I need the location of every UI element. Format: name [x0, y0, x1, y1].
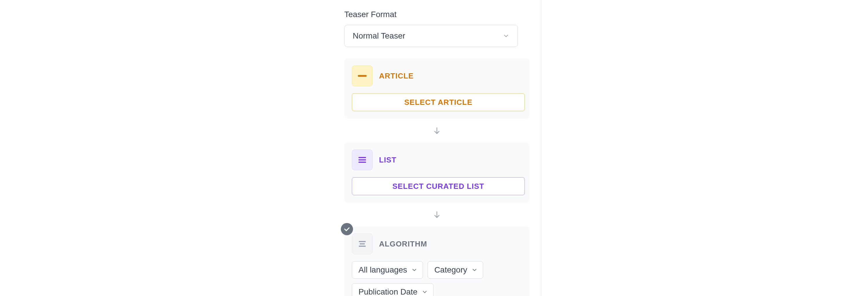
article-icon — [352, 65, 373, 86]
teaser-format-label: Teaser Format — [344, 10, 529, 19]
arrow-down-icon — [344, 126, 529, 135]
svg-rect-2 — [359, 157, 366, 158]
list-card: LIST SELECT CURATED LIST — [344, 143, 529, 203]
list-icon — [352, 149, 373, 170]
algorithm-card: ALGORITHM All languages Category Publica… — [344, 227, 529, 296]
category-filter-label: Category — [434, 265, 467, 274]
check-icon — [341, 223, 353, 235]
language-filter-label: All languages — [359, 265, 407, 274]
svg-rect-0 — [358, 75, 367, 77]
svg-rect-3 — [359, 159, 366, 160]
algorithm-title: ALGORITHM — [379, 239, 427, 248]
svg-rect-7 — [360, 243, 365, 244]
algorithm-icon — [352, 233, 373, 254]
chevron-down-icon — [471, 267, 478, 273]
chevron-down-icon — [503, 32, 509, 39]
article-title: ARTICLE — [379, 71, 414, 81]
select-article-button[interactable]: SELECT ARTICLE — [352, 93, 525, 111]
publication-date-filter-label: Publication Date — [359, 287, 417, 296]
publication-date-filter[interactable]: Publication Date — [352, 283, 433, 296]
select-curated-list-button[interactable]: SELECT CURATED LIST — [352, 177, 525, 195]
category-filter[interactable]: Category — [428, 261, 483, 278]
arrow-down-icon — [344, 210, 529, 219]
article-card: ARTICLE SELECT ARTICLE — [344, 59, 529, 119]
svg-rect-4 — [359, 161, 366, 163]
right-divider — [541, 0, 541, 296]
svg-rect-6 — [359, 241, 366, 242]
chevron-down-icon — [422, 289, 428, 295]
teaser-format-select[interactable]: Normal Teaser — [344, 25, 518, 47]
chevron-down-icon — [411, 267, 417, 273]
list-title: LIST — [379, 155, 396, 165]
teaser-format-value: Normal Teaser — [353, 31, 405, 40]
language-filter[interactable]: All languages — [352, 261, 423, 278]
svg-rect-8 — [359, 246, 366, 247]
